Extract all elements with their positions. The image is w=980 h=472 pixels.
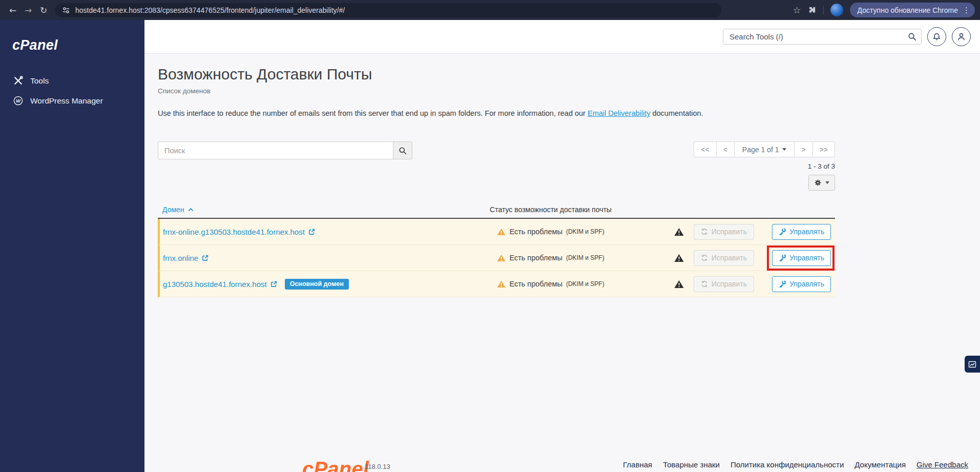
browser-toolbar: ← → ↻ hostde41.fornex.host:2083/cpsess63… [0,0,980,20]
browser-menu-icon[interactable]: ⋮ [963,6,970,15]
status-text: Есть проблемы [509,254,562,262]
notifications-button[interactable] [927,27,946,46]
repair-refresh-icon [701,280,708,288]
extensions-icon[interactable] [808,6,817,14]
warning-icon [497,254,506,262]
external-link-icon[interactable] [202,255,208,261]
table-row: frnx-online.g130503.hostde41.fornex.host… [158,219,835,245]
cpanel-logo[interactable]: cPanel [12,37,144,53]
page-description: Use this interface to reduce the number … [158,109,835,117]
profile-avatar[interactable] [830,4,843,16]
warning-icon [497,280,506,288]
account-button[interactable] [952,27,971,46]
description-text-after: documentation. [650,109,703,117]
footer-link-give-feedback[interactable]: Give Feedback [916,460,968,469]
table-row: frnx.online Есть проблемы (DKIM и SPF) [158,245,835,271]
sidebar-item-tools[interactable]: Tools [0,71,144,91]
external-link-icon[interactable] [270,281,277,288]
chart-icon [968,360,976,368]
sidebar: cPanel Tools W WordPress Manager [0,20,144,472]
gear-icon [814,179,822,187]
pagination-last-button[interactable]: >> [812,141,835,157]
status-detail: (DKIM и SPF) [566,228,604,235]
chevron-down-icon [825,181,829,184]
fix-button-label: Исправить [712,254,747,262]
footer-link-documentation[interactable]: Документация [854,460,906,469]
svg-text:W: W [16,98,21,104]
fix-button[interactable]: Исправить [694,276,754,292]
bookmark-star-icon[interactable]: ☆ [793,5,801,15]
search-icon [399,147,407,155]
email-deliverability-link[interactable]: Email Deliverability [588,109,650,117]
external-link-icon[interactable] [308,229,315,235]
domain-search-button[interactable] [393,141,412,159]
footer: cPanel 118.0.13 Главная Товарные знаки П… [302,448,968,472]
pagination-page-label: Page 1 of 1 [742,146,779,154]
chevron-down-icon [782,148,786,151]
domain-link[interactable]: frnx.online [163,254,208,262]
site-settings-icon[interactable] [62,6,70,14]
manage-button-label: Управлять [789,228,824,236]
main-content: Возможность Доставки Почты Список домено… [144,54,980,472]
url-text: hostde41.fornex.host:2083/cpsess63744765… [75,6,345,14]
forward-icon[interactable]: → [20,5,36,15]
address-bar[interactable]: hostde41.fornex.host:2083/cpsess63744765… [55,3,721,17]
tools-icon [13,76,23,86]
domain-search-input[interactable] [158,141,393,159]
reload-icon[interactable]: ↻ [36,5,51,15]
fix-button[interactable]: Исправить [694,250,754,266]
manage-button-highlighted[interactable]: Управлять [772,250,831,266]
footer-link-trademarks[interactable]: Товарные знаки [663,460,720,469]
wrench-icon [779,280,786,288]
toolbar-separator [823,6,824,15]
pagination-page-dropdown[interactable]: Page 1 of 1 [734,141,795,157]
status-text: Есть проблемы [509,228,562,236]
back-icon[interactable]: ← [5,5,20,15]
tools-search [723,29,922,45]
domain-name: frnx.online [163,254,198,262]
alert-icon [674,254,684,262]
page-subtitle: Список доменов [158,87,835,95]
fix-button-label: Исправить [712,280,747,288]
repair-refresh-icon [701,228,708,235]
manage-button-label: Управлять [789,280,824,288]
wrench-icon [779,228,786,235]
chrome-update-label: Доступно обновление Chrome [858,6,958,14]
footer-link-privacy[interactable]: Политика конфиденциальности [731,460,844,469]
fix-button[interactable]: Исправить [694,224,754,240]
domain-link[interactable]: g130503.hostde41.fornex.host [163,280,277,289]
status-detail: (DKIM и SPF) [566,280,604,288]
pagination-first-button[interactable]: << [694,141,716,157]
table-settings-button[interactable] [808,175,835,191]
sidebar-item-label: Tools [30,76,49,86]
sidebar-item-wordpress-manager[interactable]: W WordPress Manager [0,91,144,111]
fix-button-label: Исправить [712,228,747,236]
user-icon [956,32,966,42]
cpanel-footer-logo: cPanel [302,458,369,472]
manage-button[interactable]: Управлять [772,276,831,292]
alert-icon [674,228,684,236]
footer-links: Главная Товарные знаки Политика конфиден… [623,460,968,469]
domain-name: g130503.hostde41.fornex.host [163,280,267,289]
domain-link[interactable]: frnx-online.g130503.hostde41.fornex.host [163,228,315,236]
tools-search-input[interactable] [723,29,922,45]
manage-button[interactable]: Управлять [772,224,831,240]
sidebar-nav: Tools W WordPress Manager [0,71,144,111]
version-label: 118.0.13 [365,463,390,470]
column-header-status: Статус возможности доставки почты [446,206,656,214]
domain-search [158,141,412,159]
column-header-domain[interactable]: Домен [158,206,446,214]
pagination-next-button[interactable]: > [794,141,812,157]
pagination-prev-button[interactable]: < [716,141,735,157]
list-toolbar: << < Page 1 of 1 > >> [158,141,835,159]
footer-link-home[interactable]: Главная [623,460,652,469]
chrome-update-button[interactable]: Доступно обновление Chrome ⋮ [850,3,975,17]
main-domain-badge: Основной домен [285,279,349,290]
analytics-slideout-tab[interactable] [965,356,980,373]
status-cell: Есть проблемы (DKIM и SPF) [446,254,656,262]
table-header: Домен Статус возможности доставки почты [158,201,835,219]
search-icon [908,32,916,43]
sidebar-item-label: WordPress Manager [30,96,103,106]
sort-ascending-icon [188,208,194,212]
app-header [144,20,980,54]
